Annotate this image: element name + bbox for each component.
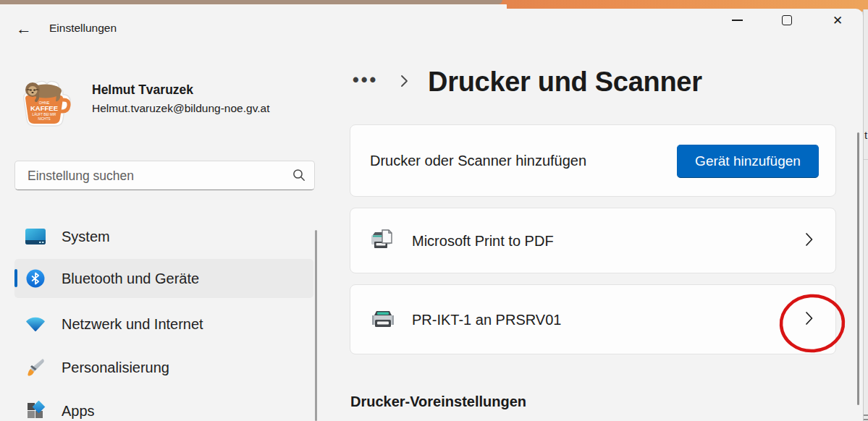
sidebar-scrollbar[interactable] xyxy=(315,230,317,421)
background-window-sliver: t xyxy=(863,9,868,421)
sidebar-item-apps[interactable]: Apps xyxy=(14,393,313,421)
wifi-icon xyxy=(25,313,46,335)
sidebar-item-label: Personalisierung xyxy=(62,360,169,376)
background-window-text-fragment: t xyxy=(864,129,867,141)
avatar[interactable]: OHNE KAFFEE LÄUFT BEI MIR NICHTS xyxy=(16,72,74,128)
close-icon: ✕ xyxy=(833,14,843,27)
add-device-button[interactable]: Gerät hinzufügen xyxy=(677,145,819,178)
page-title: Drucker und Scanner xyxy=(428,67,702,98)
maximize-button[interactable] xyxy=(770,10,804,30)
printer-name: Microsoft Print to PDF xyxy=(412,232,554,249)
chevron-right-icon[interactable] xyxy=(804,310,814,329)
sticker-text-3: LÄUFT BEI MIR xyxy=(33,112,57,116)
background-window-divider xyxy=(864,159,868,160)
user-name: Helmut Tvaruzek xyxy=(92,82,193,98)
sidebar-item-label: Apps xyxy=(62,403,95,420)
sidebar-item-label: Netzwerk und Internet xyxy=(62,316,203,333)
back-button[interactable]: ← xyxy=(12,18,36,40)
back-arrow-icon: ← xyxy=(16,20,32,38)
apps-icon xyxy=(25,400,46,421)
printer-icon xyxy=(370,307,396,332)
chevron-right-icon xyxy=(804,231,814,250)
search-input[interactable] xyxy=(26,161,290,191)
printer-row-microsoft-print-to-pdf[interactable]: Microsoft Print to PDF xyxy=(350,208,836,273)
paintbrush-icon xyxy=(25,357,46,378)
user-email: Helmut.tvaruzek@bildung-noe.gv.at xyxy=(92,102,270,115)
system-icon xyxy=(25,226,46,247)
main-scrollbar[interactable] xyxy=(857,132,859,405)
bluetooth-icon xyxy=(25,268,46,289)
add-printer-card: Drucker oder Scanner hinzufügen Gerät hi… xyxy=(350,124,836,197)
background-window-line xyxy=(864,414,868,416)
maximize-icon xyxy=(782,15,792,25)
sidebar-item-personalisierung[interactable]: Personalisierung xyxy=(14,349,313,386)
search-icon xyxy=(292,169,306,182)
sidebar-item-label: Bluetooth und Geräte xyxy=(62,271,199,287)
section-heading: Drucker-Voreinstellungen xyxy=(350,394,526,410)
minimize-button[interactable] xyxy=(720,10,754,30)
coffee-sloth-sticker: OHNE KAFFEE LÄUFT BEI MIR NICHTS xyxy=(16,72,74,128)
minimize-icon xyxy=(732,20,743,21)
app-title: Einstellungen xyxy=(49,22,117,35)
settings-search[interactable] xyxy=(14,161,315,190)
breadcrumb-chevron-icon xyxy=(399,72,409,93)
printer-row-pr-ikt-1[interactable]: PR-IKT-1 an PRSRV01 xyxy=(350,284,836,354)
sidebar-item-label: System xyxy=(62,229,110,245)
settings-window-top-edge xyxy=(0,5,507,12)
active-indicator xyxy=(14,269,17,287)
screen: t ← Einstellungen ✕ xyxy=(0,0,868,421)
add-printer-label: Drucker oder Scanner hinzufügen xyxy=(370,153,586,169)
sticker-text-2: KAFFEE xyxy=(30,104,58,112)
printer-name: PR-IKT-1 an PRSRV01 xyxy=(412,311,561,328)
sticker-text-4: NICHTS xyxy=(38,117,50,121)
close-button[interactable]: ✕ xyxy=(821,10,854,30)
background-window-line xyxy=(864,419,868,420)
sidebar-item-bluetooth-und-geraete[interactable]: Bluetooth und Geräte xyxy=(14,259,313,298)
sidebar-item-netzwerk-und-internet[interactable]: Netzwerk und Internet xyxy=(14,306,313,342)
sidebar-item-system[interactable]: System xyxy=(14,218,313,255)
printer-pdf-icon xyxy=(370,229,396,253)
breadcrumb-more-button[interactable]: ••• xyxy=(353,69,378,90)
